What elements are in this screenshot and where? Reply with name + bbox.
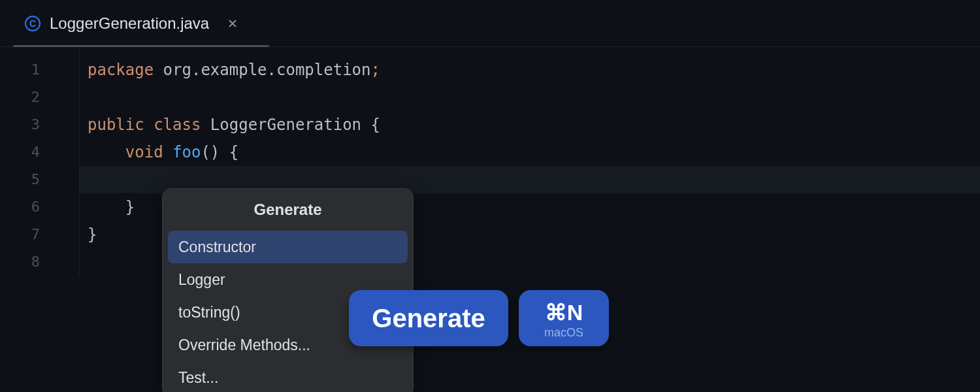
hint-badge-generate: Generate bbox=[349, 290, 508, 346]
hint-badge-label: Generate bbox=[372, 304, 485, 333]
line-number-gutter: 1 2 3 4 5 6 7 8 bbox=[0, 47, 80, 276]
line-number: 8 bbox=[0, 248, 79, 276]
line-number: 7 bbox=[0, 221, 79, 248]
tab-bar: C LoggerGeneration.java bbox=[0, 0, 980, 47]
code-editor[interactable]: 1 2 3 4 5 6 7 8 package org.example.comp… bbox=[0, 47, 980, 276]
hint-badge-shortcut: ⌘N macOS bbox=[519, 290, 609, 346]
shortcut-platform: macOS bbox=[544, 326, 583, 340]
popup-title: Generate bbox=[163, 189, 413, 231]
class-file-icon: C bbox=[25, 16, 41, 31]
code-line: public class LoggerGeneration { bbox=[80, 111, 980, 139]
shortcut-key: ⌘N bbox=[545, 301, 583, 323]
file-tab[interactable]: C LoggerGeneration.java bbox=[13, 0, 250, 46]
line-number: 1 bbox=[0, 56, 79, 84]
tab-file-name: LoggerGeneration.java bbox=[50, 14, 209, 33]
code-line bbox=[80, 84, 980, 111]
close-tab-icon[interactable] bbox=[227, 18, 238, 29]
line-number: 5 bbox=[0, 166, 79, 193]
line-number: 2 bbox=[0, 84, 79, 111]
popup-item-test[interactable]: Test... bbox=[168, 361, 408, 392]
line-number: 4 bbox=[0, 139, 79, 166]
line-number: 3 bbox=[0, 111, 79, 139]
code-line: package org.example.completion; bbox=[80, 56, 980, 84]
code-line: void foo() { bbox=[80, 139, 980, 166]
line-number: 6 bbox=[0, 193, 79, 221]
popup-item-constructor[interactable]: Constructor bbox=[168, 231, 408, 263]
